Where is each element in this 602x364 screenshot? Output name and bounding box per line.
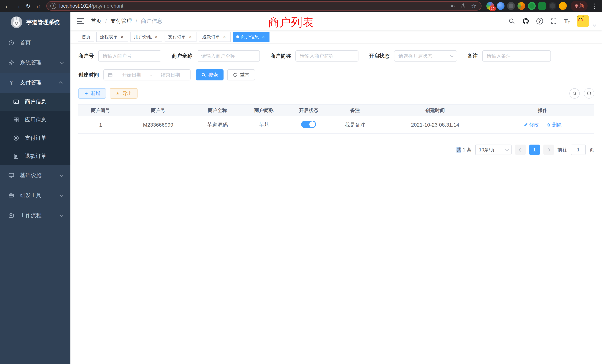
next-page-button[interactable]	[543, 145, 554, 155]
extension-icon-8[interactable]	[559, 2, 567, 10]
app-title: 芋道管理系统	[26, 19, 60, 26]
tab-payment-orders[interactable]: 支付订单×	[165, 32, 196, 42]
app-logo[interactable]: 芋道管理系统	[0, 12, 70, 33]
extension-icon-6[interactable]	[538, 2, 546, 10]
chevron-down-icon	[60, 60, 64, 64]
merchant-no-input[interactable]	[98, 50, 161, 62]
breadcrumb-separator: /	[136, 18, 137, 24]
col-short-name: 商户简称	[241, 104, 286, 116]
github-icon[interactable]	[522, 18, 529, 25]
tags-view-bar: 首页 流程表单× 用户分组× 支付订单× 退款订单× 商户信息×	[70, 30, 602, 43]
tab-merchant-info[interactable]: 商户信息×	[233, 32, 269, 42]
browser-forward-icon[interactable]: →	[13, 1, 23, 11]
close-icon[interactable]: ×	[154, 34, 159, 40]
page-size-select[interactable]: 10条/页	[475, 145, 512, 155]
sidebar-item-home[interactable]: 首页	[0, 33, 70, 53]
sidebar-item-payment-orders[interactable]: 支付订单	[0, 129, 70, 147]
browser-home-icon[interactable]: ⌂	[34, 1, 43, 11]
delete-link[interactable]: 删除	[546, 122, 562, 128]
site-info-icon[interactable]: i	[50, 3, 56, 9]
document-icon	[13, 153, 20, 159]
address-bar[interactable]: i localhost:1024/pay/merchant ☆	[46, 1, 482, 11]
create-time-range-picker[interactable]: 开始日期 - 结束日期	[103, 69, 191, 80]
extension-icon-4[interactable]	[517, 2, 525, 10]
font-size-icon[interactable]: TT	[564, 18, 570, 24]
search-icon[interactable]	[508, 18, 515, 25]
add-button[interactable]: 新增	[78, 88, 106, 99]
close-icon[interactable]: ×	[261, 34, 266, 40]
url-text: localhost:1024/pay/merchant	[59, 3, 446, 9]
browser-update-button[interactable]: 更新	[571, 1, 588, 11]
help-icon[interactable]: ?	[536, 18, 543, 24]
chevron-down-icon[interactable]	[593, 23, 596, 26]
remark-label: 备注	[467, 53, 478, 60]
toggle-search-button[interactable]	[569, 88, 580, 99]
sidebar-item-payment[interactable]: ¥ 支付管理	[0, 73, 70, 93]
app-logo-avatar	[11, 17, 22, 28]
prev-page-button[interactable]	[515, 145, 526, 155]
chevron-left-icon	[519, 148, 522, 151]
user-avatar[interactable]	[577, 15, 589, 27]
export-button[interactable]: 导出	[110, 88, 138, 99]
sidebar-item-label: 工作流程	[20, 212, 42, 219]
extension-icon-7[interactable]	[549, 2, 556, 10]
cell-actions: 修改 删除	[491, 116, 594, 134]
extension-icon-5[interactable]	[528, 2, 536, 10]
sidebar-item-dev-tools[interactable]: 研发工具	[0, 185, 70, 205]
reset-button[interactable]: 重置	[227, 69, 255, 80]
browser-back-icon[interactable]: ←	[3, 1, 12, 11]
browser-refresh-icon[interactable]: ↻	[23, 1, 33, 11]
full-name-input[interactable]	[197, 50, 260, 62]
main-area: 首页 / 支付管理 / 商户信息 商户列表 ? TT	[70, 12, 602, 364]
goto-label: 前往	[558, 147, 567, 153]
status-select[interactable]: 请选择开启状态	[394, 50, 457, 62]
tab-refund-orders[interactable]: 退款订单×	[199, 32, 231, 42]
refresh-icon	[233, 73, 238, 77]
grid-icon	[13, 117, 20, 123]
col-full-name: 商户全称	[193, 104, 241, 116]
sidebar-toggle-icon[interactable]	[77, 18, 84, 24]
breadcrumb-item[interactable]: 首页	[91, 17, 102, 25]
tab-user-group[interactable]: 用户分组×	[130, 32, 162, 42]
sidebar-item-app-info[interactable]: 应用信息	[0, 111, 70, 129]
tab-home[interactable]: 首页	[78, 32, 94, 42]
short-name-input[interactable]	[295, 50, 358, 62]
sidebar-item-refund-orders[interactable]: 退款订单	[0, 147, 70, 165]
plus-icon	[84, 91, 89, 96]
browser-chrome: ← → ↻ ⌂ i localhost:1024/pay/merchant ☆ …	[0, 0, 602, 12]
refresh-table-button[interactable]	[584, 88, 594, 99]
browser-menu-icon[interactable]: ⋮	[590, 1, 599, 11]
page-content: 商户号 商户全称 商户简称 开启状态 请选择开启状态	[70, 43, 602, 364]
page-number-button[interactable]: 1	[529, 145, 540, 155]
sidebar-item-label: 系统管理	[20, 59, 42, 66]
close-icon[interactable]: ×	[188, 34, 193, 40]
status-toggle[interactable]	[301, 121, 316, 128]
extension-icon-3[interactable]	[507, 2, 515, 10]
goto-page-input[interactable]	[571, 145, 586, 155]
sidebar-item-infrastructure[interactable]: 基础设施	[0, 165, 70, 185]
search-button[interactable]: 搜索	[196, 69, 224, 80]
close-icon[interactable]: ×	[119, 34, 125, 40]
edit-link[interactable]: 修改	[523, 122, 539, 128]
sidebar-item-label: 应用信息	[25, 116, 46, 124]
share-icon[interactable]	[460, 2, 467, 10]
dashboard-icon	[8, 40, 15, 46]
table-row: 1 M233666999 芋道源码 芋艿 我是备注 2021-10-23 08:…	[78, 116, 594, 134]
cell-full-name: 芋道源码	[193, 116, 241, 134]
password-key-icon[interactable]	[449, 2, 457, 10]
bookmark-star-icon[interactable]: ☆	[470, 2, 477, 10]
disc-icon	[13, 135, 20, 141]
app-window: 芋道管理系统 首页 系统管理 ¥ 支付管理	[0, 12, 602, 364]
sidebar-item-workflow[interactable]: 工作流程	[0, 205, 70, 225]
extension-icon-1[interactable]: 10	[486, 2, 494, 10]
remark-input[interactable]	[482, 50, 551, 62]
fullscreen-icon[interactable]	[550, 18, 557, 25]
calendar-icon	[108, 72, 113, 78]
close-icon[interactable]: ×	[222, 34, 227, 40]
tab-process-form[interactable]: 流程表单×	[96, 32, 128, 42]
extension-icon-2[interactable]	[497, 2, 505, 10]
breadcrumb: 首页 / 支付管理 / 商户信息	[91, 17, 162, 25]
breadcrumb-item[interactable]: 支付管理	[110, 17, 132, 25]
sidebar-item-merchant-info[interactable]: 商户信息	[0, 93, 70, 111]
sidebar-item-system[interactable]: 系统管理	[0, 53, 70, 73]
